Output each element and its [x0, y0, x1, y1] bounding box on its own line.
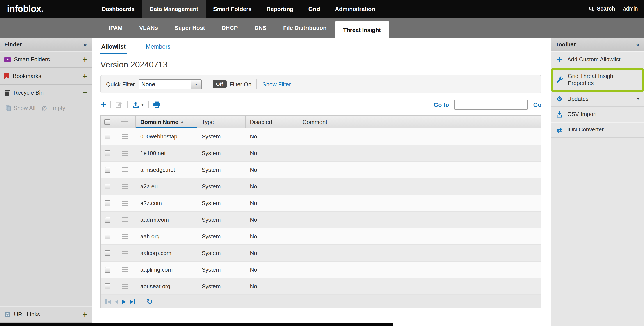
- go-button[interactable]: Go: [533, 101, 542, 108]
- table-header: Domain Name ▲ Type Disabled Comment: [101, 116, 541, 128]
- csv-import-icon: [556, 111, 563, 118]
- nav-data-management[interactable]: Data Management: [142, 0, 206, 17]
- toolbar-item-updates[interactable]: ⚙ Updates ▼: [551, 91, 644, 107]
- row-menu-icon[interactable]: [122, 201, 128, 206]
- table-row[interactable]: aaplimg.com System No: [101, 262, 541, 278]
- collapse-toolbar-icon[interactable]: »: [636, 40, 640, 48]
- subnav-super-host[interactable]: Super Host: [166, 17, 213, 38]
- row-menu-icon[interactable]: [122, 151, 128, 156]
- subnav-dhcp[interactable]: DHCP: [213, 17, 246, 38]
- nav-administration[interactable]: Administration: [328, 0, 382, 17]
- show-filter-link[interactable]: Show Filter: [262, 81, 291, 87]
- quick-filter-dropdown-button[interactable]: ▼: [190, 79, 201, 89]
- nav-reporting[interactable]: Reporting: [259, 0, 301, 17]
- chevron-down-icon: ▼: [195, 83, 198, 86]
- refresh-button[interactable]: ↻: [146, 298, 153, 306]
- table-row[interactable]: abuseat.org System No: [101, 278, 541, 295]
- row-menu-icon[interactable]: [122, 134, 128, 139]
- cell-type: System: [197, 200, 246, 206]
- column-header-comment[interactable]: Comment: [298, 116, 541, 128]
- table-body: 000webhostap… System No 1e100.net System…: [101, 128, 541, 295]
- print-button[interactable]: [153, 101, 161, 108]
- select-all-checkbox[interactable]: [104, 119, 110, 125]
- finder-item-recycle-bin[interactable]: Recycle Bin −: [0, 85, 92, 101]
- column-header-disabled[interactable]: Disabled: [246, 116, 298, 128]
- table-row[interactable]: 1e100.net System No: [101, 145, 541, 162]
- column-header-type[interactable]: Type: [197, 116, 246, 128]
- row-checkbox[interactable]: [104, 134, 110, 139]
- add-smart-folder-button[interactable]: +: [83, 55, 87, 63]
- row-checkbox[interactable]: [104, 184, 110, 189]
- finder-item-url-links[interactable]: URL Links +: [0, 306, 92, 323]
- toolbar-item-idn-converter[interactable]: ⇄ IDN Converter: [551, 122, 644, 138]
- row-menu-icon[interactable]: [122, 167, 128, 172]
- updates-dropdown-button[interactable]: ▼: [632, 95, 640, 102]
- add-row-button[interactable]: +: [100, 100, 106, 109]
- collapse-recycle-bin-button[interactable]: −: [83, 89, 87, 97]
- row-checkbox[interactable]: [104, 150, 110, 156]
- nav-smart-folders[interactable]: Smart Folders: [206, 0, 259, 17]
- row-menu-icon[interactable]: [122, 234, 128, 239]
- row-menu-icon[interactable]: [122, 217, 128, 222]
- chevron-down-icon[interactable]: ▼: [141, 103, 144, 106]
- last-page-button[interactable]: [130, 299, 136, 304]
- column-header-domain-name[interactable]: Domain Name ▲: [136, 116, 197, 128]
- header-menu-cell: [114, 116, 136, 128]
- tab-members[interactable]: Members: [145, 39, 172, 54]
- table-row[interactable]: 000webhostap… System No: [101, 128, 541, 145]
- quick-filter-select[interactable]: None ▼: [138, 79, 202, 89]
- toolbar-item-grid-threat-insight-properties[interactable]: Grid Threat Insight Properties: [552, 68, 644, 91]
- quick-filter-value: None: [139, 79, 190, 89]
- finder-item-bookmarks[interactable]: Bookmarks +: [0, 68, 92, 85]
- row-menu-icon[interactable]: [122, 184, 128, 189]
- table-row[interactable]: aadrm.com System No: [101, 212, 541, 228]
- row-menu-icon[interactable]: [122, 251, 128, 256]
- toolbar-item-add-custom-allowlist[interactable]: + Add Custom Allowlist: [551, 51, 644, 68]
- cell-domain: a2z.com: [136, 200, 197, 206]
- row-checkbox[interactable]: [104, 250, 110, 256]
- subnav-dns[interactable]: DNS: [246, 17, 275, 38]
- cell-domain: abuseat.org: [136, 283, 197, 290]
- prev-page-button[interactable]: [115, 300, 118, 304]
- cell-type: System: [197, 216, 246, 223]
- empty-link[interactable]: ∅ Empty: [42, 104, 65, 111]
- nav-dashboards[interactable]: Dashboards: [94, 0, 142, 17]
- subnav-file-distribution[interactable]: File Distribution: [275, 17, 335, 38]
- add-url-link-button[interactable]: +: [83, 311, 87, 318]
- row-checkbox[interactable]: [104, 234, 110, 239]
- filter-toggle[interactable]: Off: [212, 80, 226, 88]
- subnav-threat-insight[interactable]: Threat Insight: [335, 21, 389, 38]
- separator: [207, 79, 207, 89]
- table-menu-icon[interactable]: [122, 119, 128, 124]
- row-checkbox[interactable]: [104, 284, 110, 289]
- user-menu[interactable]: admin: [623, 6, 638, 12]
- next-page-button[interactable]: [122, 300, 126, 304]
- row-checkbox[interactable]: [104, 267, 110, 273]
- subnav-ipam[interactable]: IPAM: [100, 17, 131, 38]
- nav-grid[interactable]: Grid: [301, 0, 327, 17]
- search-button[interactable]: Search: [589, 6, 615, 12]
- row-checkbox[interactable]: [104, 200, 110, 206]
- table-row[interactable]: a-msedge.net System No: [101, 162, 541, 178]
- export-button[interactable]: ▼: [132, 101, 144, 108]
- toolbar-item-csv-import[interactable]: CSV Import: [551, 107, 644, 122]
- collapse-finder-icon[interactable]: «: [83, 40, 87, 48]
- allowlist-table: Domain Name ▲ Type Disabled Comment 000w…: [100, 115, 542, 309]
- table-row[interactable]: aah.org System No: [101, 228, 541, 245]
- tab-allowlist[interactable]: Allowlist: [100, 39, 126, 54]
- show-all-link[interactable]: Show All: [5, 105, 36, 111]
- row-menu-icon[interactable]: [122, 267, 128, 272]
- finder-item-smart-folders[interactable]: ★ Smart Folders +: [0, 51, 92, 68]
- edit-button[interactable]: [116, 101, 123, 108]
- table-row[interactable]: a2z.com System No: [101, 195, 541, 212]
- subnav-vlans[interactable]: VLANs: [131, 17, 166, 38]
- row-menu-icon[interactable]: [122, 284, 128, 289]
- add-bookmark-button[interactable]: +: [83, 72, 87, 80]
- row-checkbox[interactable]: [104, 217, 110, 223]
- first-page-button[interactable]: [105, 299, 111, 304]
- table-row[interactable]: a2a.eu System No: [101, 178, 541, 195]
- cell-disabled: No: [246, 266, 298, 273]
- row-checkbox[interactable]: [104, 167, 110, 173]
- goto-input[interactable]: [454, 100, 528, 110]
- table-row[interactable]: aalcorp.com System No: [101, 245, 541, 262]
